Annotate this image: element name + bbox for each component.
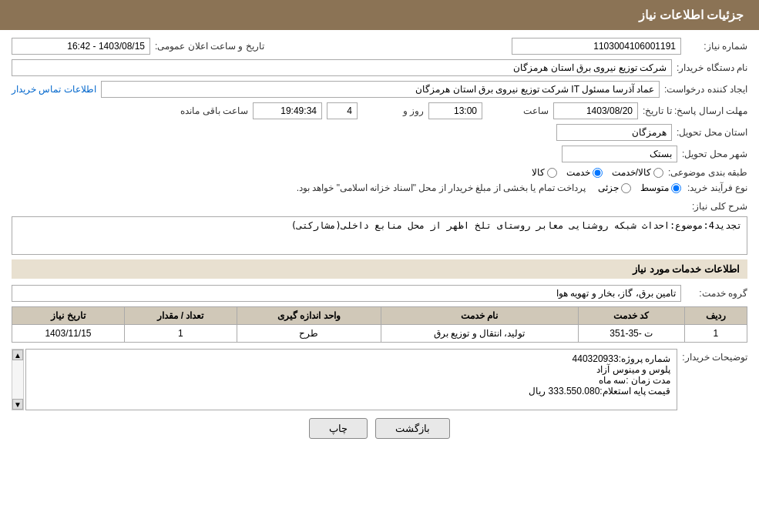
radio-kala[interactable]: کالا bbox=[532, 167, 557, 178]
roz-label: روز و bbox=[362, 105, 424, 116]
grohKhedmat-value: تامین برق، گاز، بخار و تهویه هوا bbox=[12, 285, 681, 302]
cell-tedad: 1 bbox=[124, 325, 237, 343]
ijadKonande-link[interactable]: اطلاعات تماس خریدار bbox=[12, 84, 96, 95]
tarikh-label: تاریخ و ساعت اعلان عمومی: bbox=[155, 41, 264, 52]
kalaKhedmat-label: کالا/خدمت bbox=[612, 167, 651, 178]
tabaqeBandi-radiogroup: کالا/خدمت خدمت کالا bbox=[532, 167, 663, 178]
radio-input-khedmat[interactable] bbox=[593, 168, 603, 178]
jozee-label: جزئی bbox=[598, 182, 619, 193]
ostanTahvil-value: هرمزگان bbox=[556, 124, 672, 141]
tozihatKharidar-label: توضیحات خریدار: bbox=[682, 352, 747, 363]
radio-input-kala[interactable] bbox=[547, 168, 557, 178]
mohlatDate-value: 1403/08/20 bbox=[553, 102, 638, 119]
col-radif: ردیف bbox=[684, 307, 747, 325]
col-kod: کد خدمت bbox=[578, 307, 684, 325]
shahrTahvil-label: شهر محل تحویل: bbox=[682, 149, 747, 159]
shomareNiaz-value: 1103004106001191 bbox=[512, 38, 681, 55]
mohlatRoz-value: 4 bbox=[327, 102, 358, 119]
radio-motovaset[interactable]: متوسط bbox=[640, 182, 681, 193]
radio-jozee[interactable]: جزئی bbox=[598, 182, 631, 193]
tozihat-line2: پلوس و مینوس آزاد bbox=[32, 364, 670, 375]
tozihatKharidar-value: شماره پروژه:440320933 پلوس و مینوس آزاد … bbox=[25, 349, 677, 410]
saat-label: ساعت bbox=[487, 105, 549, 116]
mohlatMande-value: 19:49:34 bbox=[253, 102, 322, 119]
mohlatMande-label: ساعت باقی مانده bbox=[180, 105, 248, 116]
col-vahed: واحد اندازه گیری bbox=[237, 307, 381, 325]
radio-input-jozee[interactable] bbox=[621, 183, 631, 193]
col-name: نام خدمت bbox=[381, 307, 578, 325]
cell-radif: 1 bbox=[684, 325, 747, 343]
cell-vahed: طرح bbox=[237, 325, 381, 343]
grohKhedmat-label: گروه خدمت: bbox=[686, 288, 747, 299]
kala-label: کالا bbox=[532, 167, 545, 178]
khadamatInfo-title: اطلاعات خدمات مورد نیاز bbox=[12, 259, 747, 279]
noFarayand-note: پرداخت تمام یا بخشی از مبلغ خریدار از مح… bbox=[297, 182, 586, 193]
cell-kodKhedmat: ت -35-351 bbox=[578, 325, 684, 343]
col-tarikh: تاریخ نیاز bbox=[12, 307, 125, 325]
sharhKolli-label: شرح کلی نیاز: bbox=[686, 201, 747, 212]
ijadKonande-label: ایجاد کننده درخواست: bbox=[664, 84, 747, 95]
shomareNiaz-label: شماره نیاز: bbox=[686, 41, 747, 52]
radio-khedmat[interactable]: خدمت bbox=[566, 167, 603, 178]
khadamat-table: ردیف کد خدمت نام خدمت واحد اندازه گیری ت… bbox=[12, 306, 747, 343]
namDastgah-value: شرکت توزیع نیروی برق استان هرمزگان bbox=[12, 59, 672, 76]
print-button[interactable]: چاپ bbox=[309, 418, 368, 439]
radio-input-kalaKhedmat[interactable] bbox=[653, 168, 663, 178]
noFarayand-label: نوع فرآیند خرید: bbox=[686, 182, 747, 193]
back-button[interactable]: بازگشت bbox=[375, 418, 450, 439]
sharhKolli-textarea[interactable] bbox=[12, 216, 747, 255]
mohlatLabel: مهلت ارسال پاسخ: تا تاریخ: bbox=[643, 105, 747, 116]
motovaset-label: متوسط bbox=[640, 182, 669, 193]
cell-tarikh: 1403/11/15 bbox=[12, 325, 125, 343]
noFarayand-radiogroup: متوسط جزئی bbox=[598, 182, 681, 193]
scroll-up-btn[interactable]: ▲ bbox=[12, 350, 23, 360]
ijadKonande-value: عماد آذرسا مسئول IT شرکت توزیع نیروی برق… bbox=[101, 81, 660, 98]
tozihat-line3: مدت زمان :سه ماه bbox=[32, 375, 670, 386]
ostanTahvil-label: استان محل تحویل: bbox=[677, 127, 747, 138]
tozihat-line4: قیمت پایه استعلام:333.550.080 ریال bbox=[32, 386, 670, 396]
table-row: 1ت -35-351تولید، انتقال و توزیع برقطرح11… bbox=[12, 325, 747, 343]
namDastgah-label: نام دستگاه خریدار: bbox=[677, 62, 747, 73]
khedmat-label: خدمت bbox=[566, 167, 590, 178]
tarikh-value: 1403/08/15 - 16:42 bbox=[12, 38, 150, 55]
tozihat-line1: شماره پروژه:440320933 bbox=[32, 353, 670, 364]
radio-kalaKhedmat[interactable]: کالا/خدمت bbox=[612, 167, 663, 178]
shahrTahvil-value: بستک bbox=[562, 146, 677, 162]
tabaqeBandi-label: طبقه بندی موضوعی: bbox=[668, 167, 747, 178]
cell-namKhedmat: تولید، انتقال و توزیع برق bbox=[381, 325, 578, 343]
radio-input-motovaset[interactable] bbox=[671, 183, 681, 193]
button-row: بازگشت چاپ bbox=[12, 418, 747, 439]
col-tedad: تعداد / مقدار bbox=[124, 307, 237, 325]
scrollbar[interactable]: ▲ ▼ bbox=[12, 349, 24, 410]
scroll-down-btn[interactable]: ▼ bbox=[12, 399, 23, 410]
mohlatSaat-value: 13:00 bbox=[428, 102, 482, 119]
page-title: جزئیات اطلاعات نیاز bbox=[0, 0, 759, 30]
